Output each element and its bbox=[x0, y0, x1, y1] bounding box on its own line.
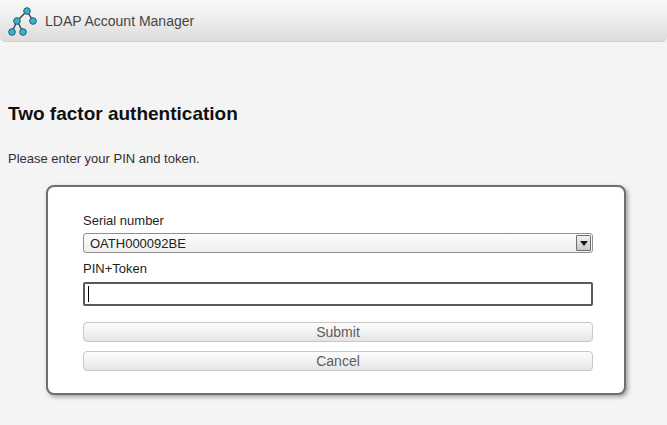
main-content: Two factor authentication Please enter y… bbox=[0, 103, 667, 395]
page-title: Two factor authentication bbox=[8, 103, 659, 125]
pin-token-input[interactable] bbox=[83, 282, 593, 306]
two-factor-form: Serial number OATH000092BE PIN+Token Sub… bbox=[46, 185, 626, 395]
serial-number-label: Serial number bbox=[83, 213, 591, 228]
app-header: LDAP Account Manager bbox=[0, 0, 667, 42]
serial-number-value: OATH000092BE bbox=[84, 236, 576, 251]
text-cursor bbox=[88, 286, 89, 302]
pin-token-label: PIN+Token bbox=[83, 261, 591, 276]
cancel-button[interactable]: Cancel bbox=[83, 351, 593, 371]
serial-number-select[interactable]: OATH000092BE bbox=[83, 233, 593, 253]
submit-button[interactable]: Submit bbox=[83, 322, 593, 342]
app-title: LDAP Account Manager bbox=[45, 13, 194, 29]
instruction-text: Please enter your PIN and token. bbox=[8, 151, 659, 166]
pin-token-field-wrap bbox=[83, 282, 593, 306]
ldap-tree-icon bbox=[8, 6, 38, 37]
select-dropdown-button[interactable] bbox=[576, 235, 591, 251]
chevron-down-icon bbox=[580, 241, 588, 246]
